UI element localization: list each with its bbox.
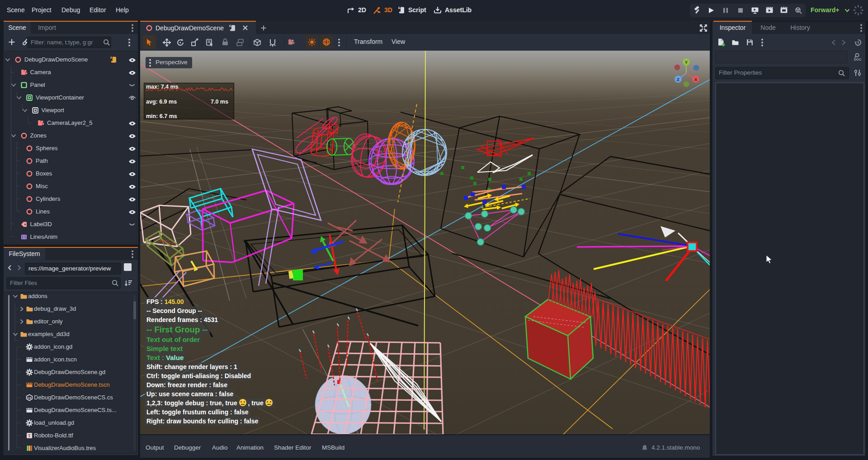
- svg-text:Y: Y: [685, 60, 688, 65]
- svg-text:T: T: [28, 433, 31, 438]
- svg-text:cs: cs: [28, 396, 31, 400]
- svg-text:X: X: [694, 77, 697, 82]
- svg-text:DOC: DOC: [854, 57, 862, 62]
- svg-text:Z: Z: [677, 77, 679, 82]
